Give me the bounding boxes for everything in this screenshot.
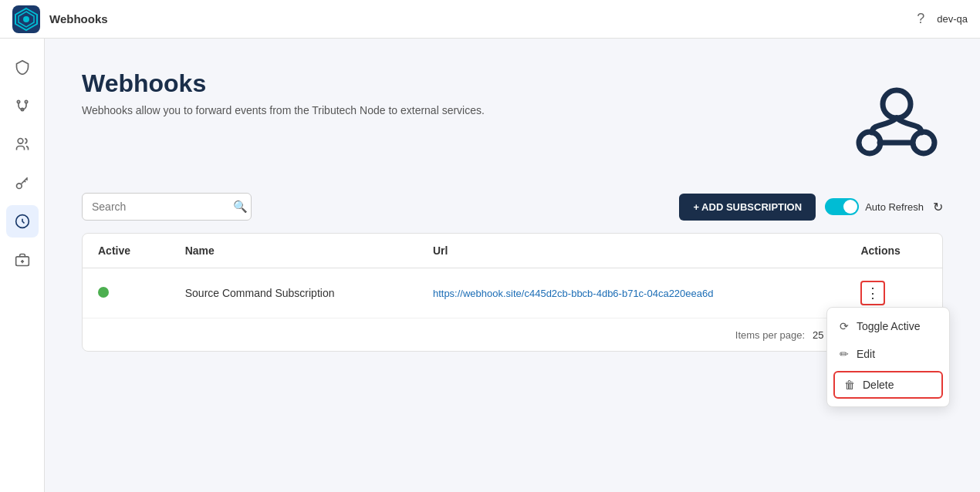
col-url: Url (417, 234, 846, 268)
search-icon: 🔍 (233, 200, 248, 214)
toggle-icon: ⟳ (840, 320, 849, 332)
row-url: https://webhook.site/c445d2cb-bbcb-4db6-… (433, 288, 714, 299)
toggle-active-item[interactable]: ⟳ Toggle Active (827, 312, 949, 340)
actions-menu-button[interactable]: ⋮ (860, 281, 885, 305)
topbar: Webhooks ? dev-qa (0, 0, 980, 39)
table-header-row: Active Name Url Actions (83, 234, 942, 268)
sidebar-item-keys[interactable] (6, 167, 39, 199)
row-active-cell (83, 268, 170, 318)
app-logo (12, 5, 40, 33)
page-header: Webhooks Webhooks allow you to forward e… (82, 69, 943, 162)
actions-dropdown: ⟳ Toggle Active ✏ Edit 🗑 Delete (826, 307, 950, 407)
edit-label: Edit (857, 348, 875, 360)
auto-refresh-label: Auto Refresh (865, 201, 924, 213)
sidebar (0, 0, 45, 492)
table-row: Source Command Subscription https://webh… (83, 268, 942, 318)
delete-icon: 🗑 (844, 379, 855, 391)
sidebar-item-fork[interactable] (6, 89, 39, 122)
row-actions-cell: ⋮ ⟳ Toggle Active ✏ Edit (845, 268, 942, 318)
search-box[interactable]: 🔍 (82, 193, 252, 221)
svg-point-8 (16, 184, 22, 189)
page-description: Webhooks allow you to forward events fro… (82, 104, 485, 116)
svg-point-3 (23, 16, 29, 22)
help-icon[interactable]: ? (917, 11, 924, 27)
row-name-cell: Source Command Subscription (170, 268, 417, 318)
col-actions: Actions (845, 234, 942, 268)
page-header-text: Webhooks Webhooks allow you to forward e… (82, 69, 485, 116)
pagination-row: Items per page: 25 50 100 1 ⏮ ‹ › ⏭ (83, 318, 942, 351)
webhook-illustration (850, 69, 943, 162)
items-per-page-label: Items per page: (735, 329, 805, 341)
add-subscription-button[interactable]: + ADD SUBSCRIPTION (679, 194, 816, 221)
edit-item[interactable]: ✏ Edit (827, 340, 949, 368)
svg-point-7 (18, 139, 23, 144)
sidebar-item-packages[interactable] (6, 244, 39, 276)
sidebar-item-webhooks[interactable] (6, 205, 39, 238)
sidebar-item-shield[interactable] (6, 51, 39, 83)
col-name: Name (170, 234, 417, 268)
webhooks-table: Active Name Url Actions Source Command S… (82, 233, 943, 352)
svg-point-12 (883, 90, 911, 118)
page-title: Webhooks (82, 69, 485, 98)
topbar-user: dev-qa (937, 13, 968, 25)
edit-icon: ✏ (840, 348, 849, 360)
delete-label: Delete (863, 379, 894, 391)
delete-item[interactable]: 🗑 Delete (833, 371, 943, 399)
auto-refresh-wrap: Auto Refresh (825, 198, 924, 215)
main-content: Webhooks Webhooks allow you to forward e… (45, 39, 980, 492)
svg-point-5 (25, 100, 27, 103)
row-url-cell: https://webhook.site/c445d2cb-bbcb-4db6-… (417, 268, 846, 318)
active-indicator (98, 287, 109, 298)
search-input[interactable] (92, 201, 227, 213)
topbar-title: Webhooks (49, 12, 917, 25)
toolbar: 🔍 + ADD SUBSCRIPTION Auto Refresh ↻ (82, 193, 943, 221)
svg-point-4 (17, 100, 19, 103)
toggle-active-label: Toggle Active (857, 320, 921, 332)
row-name: Source Command Subscription (185, 287, 335, 299)
svg-point-14 (913, 132, 934, 153)
sidebar-item-users[interactable] (6, 128, 39, 160)
auto-refresh-toggle[interactable] (825, 198, 859, 215)
topbar-right: ? dev-qa (917, 11, 968, 27)
col-active: Active (83, 234, 170, 268)
refresh-button[interactable]: ↻ (933, 200, 943, 214)
